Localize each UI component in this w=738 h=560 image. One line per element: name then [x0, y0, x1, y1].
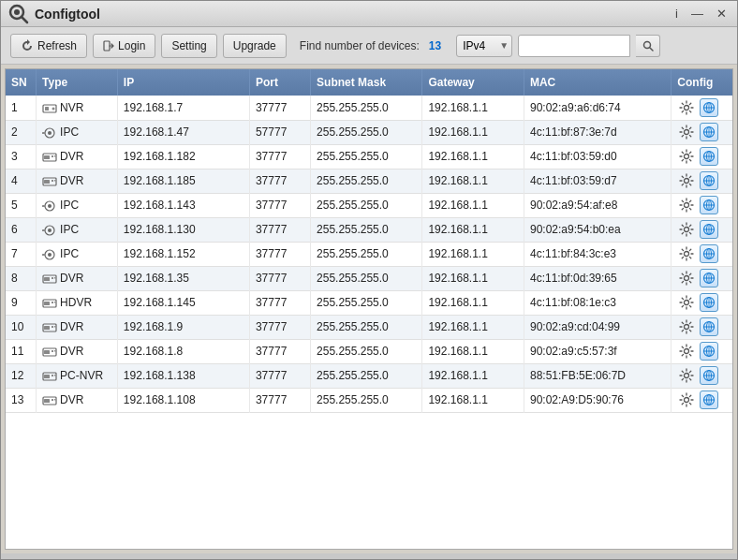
- config-gear-button[interactable]: [677, 293, 696, 312]
- cell-sn: 4: [6, 169, 37, 193]
- table-row: 1 NVR192.168.1.737777255.255.255.0192.16…: [6, 96, 732, 120]
- config-web-button[interactable]: [700, 98, 718, 117]
- minimize-button[interactable]: —: [688, 7, 706, 20]
- svg-point-77: [685, 301, 689, 305]
- svg-point-41: [48, 204, 52, 208]
- web-icon: [702, 223, 716, 236]
- cell-sn: 3: [6, 144, 37, 169]
- config-gear-button[interactable]: [677, 269, 696, 287]
- svg-rect-84: [52, 326, 53, 328]
- login-button[interactable]: Login: [93, 34, 155, 58]
- cell-port: 37777: [249, 242, 310, 266]
- config-web-button[interactable]: [700, 123, 718, 141]
- cell-port: 37777: [249, 363, 310, 388]
- table-row: 11 DVR192.168.1.837777255.255.255.0192.1…: [6, 339, 732, 363]
- svg-rect-110: [44, 399, 50, 403]
- cell-port: 37777: [249, 388, 310, 412]
- config-gear-button[interactable]: [677, 98, 696, 117]
- cell-gateway: 192.168.1.1: [422, 169, 524, 193]
- config-web-button[interactable]: [700, 171, 718, 190]
- config-web-button[interactable]: [700, 244, 718, 263]
- config-gear-button[interactable]: [677, 342, 696, 361]
- cell-config: [672, 315, 732, 339]
- cell-config: [672, 339, 732, 363]
- svg-point-59: [685, 252, 689, 257]
- dvr-icon: [42, 371, 57, 382]
- svg-rect-112: [54, 399, 56, 401]
- svg-point-35: [685, 179, 689, 184]
- table-row: 8 DVR192.168.1.3537777255.255.255.0192.1…: [6, 266, 732, 290]
- svg-point-9: [685, 105, 689, 110]
- type-label: DVR: [60, 345, 83, 358]
- config-gear-button[interactable]: [677, 220, 696, 239]
- cell-port: 37777: [249, 169, 310, 193]
- cell-sn: 7: [6, 242, 37, 266]
- config-web-button[interactable]: [700, 342, 718, 361]
- config-web-button[interactable]: [700, 391, 718, 409]
- config-gear-button[interactable]: [677, 147, 696, 166]
- type-label: IPC: [60, 199, 79, 212]
- config-gear-button[interactable]: [677, 196, 696, 214]
- config-gear-button[interactable]: [677, 123, 696, 141]
- ip-version-wrapper: IPv4 IPv6 ▼: [456, 35, 512, 57]
- setting-button[interactable]: Setting: [161, 34, 216, 58]
- header-subnet: Subnet Mask: [311, 69, 422, 96]
- svg-point-68: [685, 276, 689, 281]
- cell-ip: 192.168.1.35: [117, 266, 249, 290]
- svg-rect-103: [54, 375, 56, 376]
- svg-rect-32: [44, 180, 50, 184]
- cell-subnet: 255.255.255.0: [311, 363, 422, 388]
- config-web-button[interactable]: [700, 196, 718, 214]
- web-icon: [702, 174, 716, 187]
- type-label: PC-NVR: [60, 369, 103, 382]
- dvr-icon: [42, 346, 57, 358]
- svg-point-49: [48, 228, 52, 232]
- config-gear-button[interactable]: [677, 244, 696, 263]
- cell-subnet: 255.255.255.0: [311, 193, 422, 217]
- cell-gateway: 192.168.1.1: [422, 315, 524, 339]
- cell-mac: 90:02:a9:a6:d6:74: [524, 96, 671, 120]
- info-button[interactable]: i: [672, 7, 681, 20]
- config-gear-button[interactable]: [677, 171, 696, 190]
- toolbar: Refresh Login Setting Upgrade Find numbe…: [1, 27, 737, 65]
- cell-ip: 192.168.1.182: [117, 144, 249, 169]
- gear-icon: [679, 271, 694, 286]
- upgrade-button[interactable]: Upgrade: [223, 34, 287, 58]
- cell-subnet: 255.255.255.0: [311, 388, 422, 412]
- config-gear-button[interactable]: [677, 391, 696, 409]
- cell-sn: 12: [6, 363, 37, 388]
- table-row: 10 DVR192.168.1.937777255.255.255.0192.1…: [6, 315, 732, 339]
- svg-rect-23: [44, 155, 50, 159]
- cell-mac: 90:02:A9:D5:90:76: [524, 388, 671, 412]
- svg-rect-66: [52, 277, 53, 279]
- table-row: 4 DVR192.168.1.18537777255.255.255.0192.…: [6, 169, 732, 193]
- type-label: DVR: [60, 174, 83, 187]
- search-button[interactable]: [636, 35, 660, 57]
- svg-point-43: [685, 203, 689, 208]
- table-row: 9 HDVR192.168.1.14537777255.255.255.0192…: [6, 290, 732, 315]
- search-input[interactable]: [518, 35, 630, 57]
- config-gear-button[interactable]: [677, 317, 696, 336]
- close-button[interactable]: ✕: [714, 7, 730, 20]
- config-gear-button[interactable]: [677, 366, 696, 385]
- svg-rect-7: [45, 107, 49, 111]
- svg-point-2: [14, 9, 20, 15]
- config-web-button[interactable]: [700, 366, 718, 385]
- svg-rect-74: [44, 302, 50, 305]
- cell-type: IPC: [37, 242, 118, 266]
- config-web-button[interactable]: [700, 147, 718, 166]
- config-web-button[interactable]: [700, 220, 718, 239]
- config-web-button[interactable]: [700, 293, 718, 312]
- gear-icon: [679, 319, 694, 334]
- refresh-button[interactable]: Refresh: [10, 34, 87, 58]
- type-label: NVR: [60, 101, 83, 114]
- config-web-button[interactable]: [700, 269, 718, 287]
- type-label: DVR: [60, 150, 83, 163]
- ipc-icon: [42, 200, 57, 212]
- cell-type: IPC: [37, 120, 118, 144]
- svg-rect-25: [54, 155, 56, 157]
- config-web-button[interactable]: [700, 317, 718, 336]
- cell-type: IPC: [37, 193, 118, 217]
- nvr-icon: [42, 103, 57, 114]
- ip-version-select[interactable]: IPv4 IPv6: [456, 35, 512, 57]
